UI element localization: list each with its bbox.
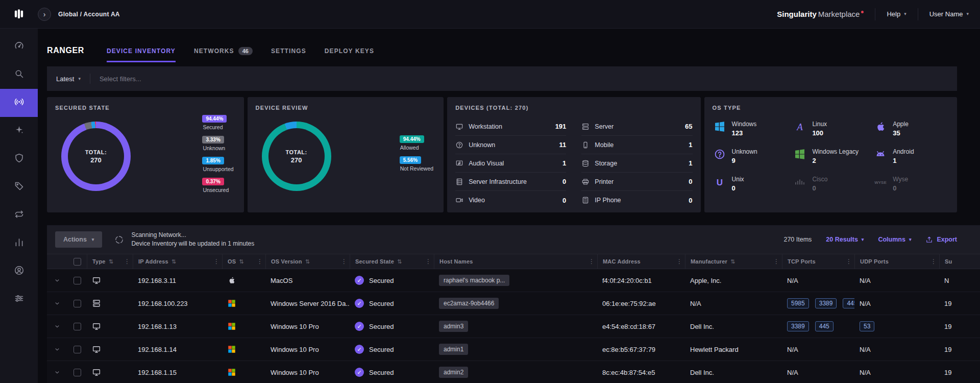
sentinelone-logo-icon[interactable] [0,8,38,21]
sidebar-item-users[interactable] [0,257,38,285]
row-checkbox[interactable] [74,277,81,284]
column-header-tcp-ports[interactable]: TCP Ports⋮ [782,254,854,269]
sort-icon[interactable]: ⇅ [172,258,176,265]
tab-device-inventory[interactable]: DEVICE INVENTORY [107,39,176,62]
sort-icon[interactable]: ⇅ [397,258,402,265]
column-menu-icon[interactable]: ⋮ [213,258,219,265]
export-button[interactable]: Export [925,236,957,244]
ip-address: 192.168.100.223 [133,300,222,307]
linux-icon: A [794,121,806,133]
column-menu-icon[interactable]: ⋮ [589,258,595,265]
port-chip: 5985 [787,298,809,308]
column-menu-icon[interactable]: ⋮ [425,258,431,265]
udp-ports: N/A [854,346,939,353]
sidebar-item-settings[interactable] [0,285,38,314]
legend-item-unsupported: 1.85%Unsupported [202,155,233,176]
sidebar-item-sync[interactable] [0,201,38,229]
audio-visual-icon [455,159,463,167]
tab-deploy-keys[interactable]: DEPLOY KEYS [325,39,374,62]
results-per-page-dropdown[interactable]: 20 Results ▾ [826,236,864,243]
row-checkbox[interactable] [74,323,81,330]
os-label: Linux [812,121,827,128]
tab-badge-networks: 46 [238,47,253,55]
device-type-count: 0 [689,197,692,204]
row-expand-chevron-icon[interactable] [54,346,61,353]
device-type-count: 0 [562,197,566,204]
filter-input[interactable] [100,75,948,83]
ip-address: 192.168.1.14 [133,346,222,353]
table-row[interactable]: 192.168.1.15Windows 10 Pro✓Securedadmin2… [47,361,980,383]
row-checkbox[interactable] [74,346,81,353]
sidebar-item-search[interactable] [0,61,38,89]
sidebar-item-reports[interactable] [0,229,38,257]
android-icon [874,148,887,160]
row-expand-chevron-icon[interactable] [54,369,61,376]
sidebar-item-dashboard[interactable] [0,33,38,61]
actions-button[interactable]: Actions ▾ [55,231,102,248]
table-row[interactable]: 192.168.1.13Windows 10 Pro✓Securedadmin3… [47,315,980,338]
column-menu-icon[interactable]: ⋮ [930,258,937,265]
row-checkbox[interactable] [74,369,81,376]
sidebar-item-protection[interactable] [0,145,38,173]
column-menu-icon[interactable]: ⋮ [773,258,779,265]
sort-icon[interactable]: ⇅ [305,258,310,265]
sort-icon[interactable]: ⇅ [109,258,113,265]
sort-icon[interactable]: ⇅ [730,258,735,265]
breadcrumb[interactable]: Global / Account AA [58,11,120,18]
udp-ports: N/A [854,300,939,307]
user-menu[interactable]: User Name ▾ [918,0,980,28]
apple-icon [227,276,236,285]
column-menu-icon[interactable]: ⋮ [257,258,263,265]
column-menu-icon[interactable]: ⋮ [124,258,130,265]
legend-label: Unsupported [203,166,233,172]
os-label: Windows [732,121,757,128]
column-header-secured-state[interactable]: Secured State⇅⋮ [350,254,434,269]
row-checkbox[interactable] [74,300,81,307]
legend-percent: 3.33% [202,136,224,143]
column-header-host-names[interactable]: Host Names⋮ [434,254,597,269]
column-header-manufacturer[interactable]: Manufacturer⇅⋮ [685,254,782,269]
table-row[interactable]: 192.168.3.11MacOS✓Securedraphael's macbo… [47,269,980,292]
table-row[interactable]: 192.168.100.223Windows Server 2016 Da...… [47,292,980,315]
select-all-checkbox[interactable] [74,258,81,266]
tab-networks[interactable]: NETWORKS46 [194,39,253,62]
help-menu[interactable]: Help ▾ [875,0,917,28]
workstation-icon [92,322,101,331]
device-review-donut-chart[interactable]: TOTAL: 270 [262,122,331,191]
scanning-spinner-icon [114,235,124,245]
sort-icon[interactable]: ⇅ [239,258,243,265]
column-header-os-version[interactable]: OS Version⇅⋮ [265,254,350,269]
device-type-count: 65 [685,123,692,130]
table-row[interactable]: 192.168.1.14Windows 10 Pro✓Securedadmin1… [47,338,980,361]
workstation-icon [92,345,101,354]
row-expand-chevron-icon[interactable] [54,300,61,307]
device-type-row-ip-phone: IP Phone0 [581,191,692,209]
column-header-udp-ports[interactable]: UDP Ports⋮ [854,254,939,269]
sidebar-item-automation[interactable] [0,117,38,145]
os-count: 100 [812,129,827,137]
column-menu-icon[interactable]: ⋮ [341,258,347,265]
column-header-type[interactable]: Type⇅⋮ [87,254,133,269]
row-expand-chevron-icon[interactable] [54,323,61,330]
legend-percent: 94.44% [400,135,424,143]
filter-bar: Latest ▾ [47,66,957,91]
topbar: › Global / Account AA Singularity Market… [0,0,980,29]
mac-address: 06:1e:ee:75:92:ae [597,300,685,307]
column-header-su[interactable]: Su⋮ [939,254,980,269]
column-menu-icon[interactable]: ⋮ [676,258,682,265]
sidebar-item-ranger[interactable] [0,89,38,117]
row-expand-chevron-icon[interactable] [54,277,61,284]
column-header-ip-address[interactable]: IP Address⇅⋮ [133,254,222,269]
os-label: Unknown [732,148,757,155]
column-header-os[interactable]: OS⇅⋮ [222,254,265,269]
sidebar-item-tags[interactable] [0,173,38,201]
overflow-cell: 19 [939,369,980,376]
secured-state-donut-chart[interactable]: TOTAL: 270 [61,122,131,191]
tab-settings[interactable]: SETTINGS [271,39,306,62]
columns-dropdown[interactable]: Columns ▾ [878,236,911,243]
scope-selector-button[interactable]: › [38,8,51,21]
column-menu-icon[interactable]: ⋮ [846,258,852,265]
version-dropdown[interactable]: Latest ▾ [56,75,81,83]
column-header-mac-address[interactable]: MAC Address⋮ [597,254,685,269]
brand-light: Marketplace [818,10,860,18]
